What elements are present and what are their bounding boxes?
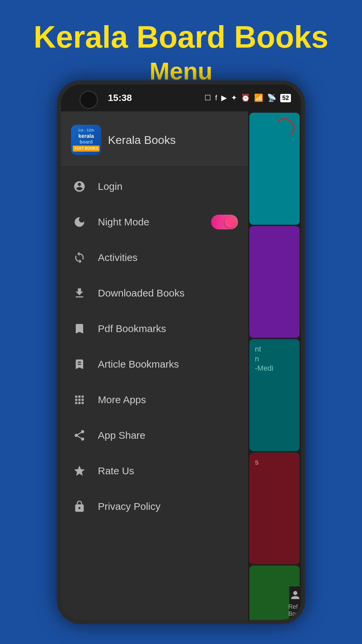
phone-frame: 15:38 ☐ f ▶ ✦ ⏰ 📶 📡 52 ntn-Medi s — [57, 80, 305, 624]
bluetooth-icon: ✦ — [231, 94, 237, 102]
signal-icon: 📶 — [254, 94, 263, 102]
menu-item-night-mode[interactable]: Night Mode — [61, 204, 248, 240]
more-apps-icon — [71, 391, 88, 408]
app-logo: 1st - 12th kerala board TEXT BOOKS — [71, 125, 101, 155]
night-mode-label: Night Mode — [98, 216, 201, 228]
logo-board: board — [73, 139, 100, 145]
bottom-nav: Ref Book — [289, 586, 301, 620]
battery-icon: 52 — [280, 94, 291, 102]
more-apps-label: More Apps — [98, 394, 238, 406]
ref-book-icon — [289, 589, 301, 603]
partial-circle — [274, 118, 294, 138]
menu-item-privacy-policy[interactable]: Privacy Policy — [61, 489, 248, 524]
menu-item-rate-us[interactable]: Rate Us — [61, 453, 248, 489]
privacy-policy-icon — [71, 498, 88, 515]
app-share-label: App Share — [98, 430, 238, 441]
navigation-drawer: 1st - 12th kerala board TEXT BOOKS Keral… — [61, 111, 248, 620]
night-mode-icon — [71, 214, 88, 230]
menu-item-app-share[interactable]: App Share — [61, 418, 248, 453]
page-title: Kerala Board Books — [13, 20, 349, 54]
menu-list: Login Night Mode Activities — [61, 165, 248, 620]
app-share-icon — [71, 427, 88, 444]
pdf-bookmarks-icon — [71, 320, 88, 337]
side-button — [302, 272, 305, 292]
status-icons: ☐ f ▶ ✦ ⏰ 📶 📡 52 — [204, 94, 291, 102]
bg-card-2 — [249, 226, 300, 338]
camera-cutout — [79, 91, 98, 109]
menu-item-login[interactable]: Login — [61, 169, 248, 204]
activities-icon — [71, 249, 88, 266]
menu-item-article-bookmarks[interactable]: Article Bookmarks — [61, 346, 248, 382]
rate-us-icon — [71, 463, 88, 479]
logo-badge: TEXT BOOKS — [73, 146, 100, 151]
logo-text: 1st - 12th kerala board TEXT BOOKS — [73, 128, 100, 151]
wifi-icon: 📡 — [267, 94, 276, 102]
activities-label: Activities — [98, 252, 238, 263]
alarm-icon: ⏰ — [241, 94, 250, 102]
menu-item-downloaded-books[interactable]: Downloaded Books — [61, 275, 248, 311]
drawer-header: 1st - 12th kerala board TEXT BOOKS Keral… — [61, 111, 248, 165]
status-time: 15:38 — [108, 93, 132, 103]
article-bookmarks-icon — [71, 356, 88, 373]
login-icon — [71, 178, 88, 195]
menu-item-pdf-bookmarks[interactable]: Pdf Bookmarks — [61, 311, 248, 346]
night-mode-toggle[interactable] — [211, 215, 238, 229]
drawer-app-name: Kerala Books — [108, 133, 176, 147]
notif-icon: ☐ — [204, 94, 211, 102]
rate-us-label: Rate Us — [98, 465, 238, 477]
phone-screen: ntn-Medi s Ref Book — [61, 111, 301, 620]
facebook-icon: f — [215, 94, 217, 102]
logo-grade: 1st - 12th — [73, 128, 100, 132]
media-icon: ▶ — [221, 94, 227, 102]
downloaded-books-icon — [71, 285, 88, 302]
downloaded-books-label: Downloaded Books — [98, 287, 238, 299]
article-bookmarks-label: Article Bookmarks — [98, 359, 238, 370]
menu-item-activities[interactable]: Activities — [61, 240, 248, 275]
privacy-policy-label: Privacy Policy — [98, 501, 238, 512]
background-content: ntn-Medi s Ref Book — [248, 111, 301, 620]
logo-kerala: kerala — [73, 133, 100, 139]
bg-card-4: s — [249, 452, 300, 565]
menu-item-more-apps[interactable]: More Apps — [61, 382, 248, 418]
login-label: Login — [98, 181, 238, 192]
ref-book-label: Ref Book — [288, 603, 301, 618]
pdf-bookmarks-label: Pdf Bookmarks — [98, 323, 238, 334]
bg-card-3: ntn-Medi — [249, 339, 300, 451]
